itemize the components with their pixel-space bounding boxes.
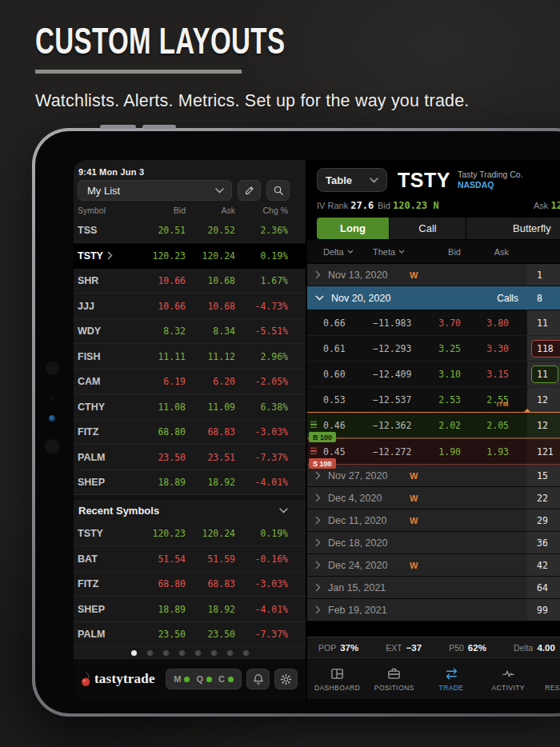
strategy-call-button[interactable]: Call (390, 218, 466, 239)
ask-cell: 18.92 (186, 477, 235, 488)
strike-cell[interactable]: 11 (527, 362, 560, 386)
edit-watchlist-button[interactable] (238, 180, 261, 201)
recent-symbols-header[interactable]: Recent Symbols (74, 495, 306, 521)
ask-cell: 23.51 (186, 452, 235, 463)
chg-cell: -7.37% (235, 629, 288, 640)
nav-positions[interactable]: POSITIONS (366, 658, 422, 699)
expiry-row-expanded[interactable]: Nov 20, 2020 Calls 8 (307, 286, 560, 310)
bid-cell: 11.11 (130, 351, 186, 362)
bid-cell: 20.51 (130, 225, 186, 236)
column-delta-sort[interactable]: Delta (307, 247, 373, 257)
expiry-date: Nov 13, 2020 (328, 270, 398, 281)
watchlist-row[interactable]: SHR 10.66 10.68 1.67% (74, 269, 306, 294)
quote-metrics: IV Rank 27.6 Bid 120.23 N Ask 120 (307, 197, 560, 218)
strike-cell[interactable]: 12 (527, 413, 560, 437)
brand-logo: tastytrade (80, 671, 161, 687)
feed-letter: M (174, 674, 181, 684)
chevron-down-icon (279, 508, 288, 513)
data-feed-status[interactable]: M Q C (166, 669, 242, 689)
search-icon (273, 185, 284, 196)
watchlist-row[interactable]: SHEP 18.89 18.92 -4.01% (74, 470, 306, 496)
days-to-expiry: 29 (527, 509, 560, 531)
page-dot[interactable] (211, 650, 217, 656)
nav-dashboard[interactable]: DASHBOARD (309, 658, 366, 699)
position-badge[interactable]: S 100 (309, 458, 336, 469)
nav-activity[interactable]: ACTIVITY (480, 658, 537, 699)
settings-button[interactable] (274, 669, 298, 689)
page-title: CUSTOM LAYOUTS (35, 19, 348, 62)
option-row[interactable]: 0.61 −12.293 3.25 3.30 118 (307, 336, 560, 362)
strike-cell[interactable]: 12 (527, 387, 560, 412)
watchlist-row[interactable]: TSTY 120.23 120.24 0.19% (74, 243, 306, 269)
expiry-date: Jan 15, 2021 (328, 582, 398, 593)
strike-cell[interactable]: 11 (527, 310, 560, 335)
page-dot[interactable] (195, 650, 201, 656)
strategy-long-button[interactable]: Long (317, 218, 390, 239)
ticker-block[interactable]: TSTY Tasty Trading Co. NASDAQ (398, 168, 523, 192)
camera-dot (49, 415, 55, 421)
option-row[interactable]: 0.60 −12.409 3.10 3.15 11 (307, 362, 560, 387)
watchlist-row[interactable]: SHEP 18.89 18.92 -4.01% (74, 597, 306, 622)
expiry-row[interactable]: Jan 15, 2021 64 (307, 577, 560, 599)
expiry-row[interactable]: Feb 19, 2021 99 (307, 599, 560, 621)
activity-icon (501, 666, 516, 681)
symbol-cell: PALM (78, 629, 130, 640)
chevron-down-icon (370, 178, 378, 183)
expiry-row[interactable]: Dec 18, 2020 36 (307, 532, 560, 554)
column-theta-sort[interactable]: Theta (373, 247, 429, 257)
feed-status-dot (206, 677, 212, 682)
watchlist-row[interactable]: FITZ 68.80 68.83 -3.03% (74, 420, 306, 445)
bid-cell: 10.66 (130, 301, 186, 312)
symbol-search-button[interactable] (266, 180, 290, 201)
watchlist-row[interactable]: FISH 11.11 11.12 2.96% (74, 344, 306, 370)
feed-status-dot (184, 677, 190, 682)
ask-cell: 120.24 (186, 528, 235, 539)
option-row[interactable]: 0.53 −12.537 2.53 2.55ITM 12 (307, 387, 560, 413)
drag-handle[interactable] (310, 421, 317, 428)
strategy-butterfly-button[interactable]: Butterfly (466, 218, 560, 239)
watchlist-row[interactable]: TSTY 120.23 120.24 0.19% (74, 521, 306, 547)
position-badge[interactable]: B 100 (309, 432, 336, 442)
watchlist-row[interactable]: WDY 8.32 8.34 -5.51% (74, 319, 306, 345)
gear-icon (280, 673, 292, 685)
days-to-expiry: 64 (527, 577, 560, 598)
stat-ext: EXT−37 (386, 643, 422, 653)
alerts-button[interactable] (246, 669, 270, 689)
delta-cell: 0.66 (307, 318, 373, 329)
page-dot[interactable] (163, 650, 169, 656)
watchlist-rows: TSS 20.51 20.52 2.36% TSTY 120.23 120.24… (74, 218, 306, 496)
page-dot[interactable] (131, 650, 137, 656)
watchlist-row[interactable]: CTHY 11.08 11.09 6.38% (74, 394, 306, 420)
watchlist-row[interactable]: JJJ 10.66 10.68 -4.73% (74, 294, 306, 319)
theta-cell: −12.293 (373, 343, 429, 354)
option-row[interactable]: 0.66 −11.983 3.70 3.80 11 (307, 310, 560, 336)
view-mode-selector[interactable]: Table (317, 168, 387, 192)
watchlist-row[interactable]: PALM 23.50 23.50 -7.37% (74, 622, 306, 648)
bid-cell: 120.23 (130, 250, 186, 262)
theta-cell: −12.537 (373, 394, 429, 405)
strike-cell[interactable]: 121 (527, 439, 560, 464)
drag-handle[interactable] (310, 447, 317, 454)
option-row[interactable]: 0.46 −12.362 2.02 2.05 12 B 100 (307, 412, 560, 438)
page-dot[interactable] (227, 650, 233, 656)
expiry-row[interactable]: Nov 27, 2020 W 15 (307, 465, 560, 487)
nav-research[interactable]: RESEARCH (537, 658, 560, 699)
watchlist-row[interactable]: TSS 20.51 20.52 2.36% (74, 218, 306, 244)
expiry-row[interactable]: Nov 13, 2020 W 1 (307, 264, 560, 286)
expiry-row[interactable]: Dec 4, 2020 W 22 (307, 487, 560, 509)
page-dot[interactable] (147, 650, 153, 656)
watchlist-row[interactable]: PALM 23.50 23.51 -7.37% (74, 445, 306, 470)
nav-trade[interactable]: TRADE (422, 658, 479, 699)
page-dot[interactable] (243, 650, 249, 656)
company-name: Tasty Trading Co. (458, 170, 523, 179)
watchlist-row[interactable]: BAT 51.54 51.59 -0.16% (74, 546, 306, 572)
expiry-row[interactable]: Dec 11, 2020 W 29 (307, 509, 560, 532)
strike-cell[interactable]: 118 (527, 336, 560, 361)
stat-pop: POP37% (318, 643, 358, 653)
watchlist-row[interactable]: FITZ 68.80 68.83 -3.03% (74, 572, 306, 597)
option-row[interactable]: 0.45 −12.272 1.90 1.93 121 S 100 (307, 438, 560, 465)
watchlist-row[interactable]: CAM 6.19 6.20 -2.05% (74, 370, 306, 395)
page-dot[interactable] (179, 650, 185, 656)
expiry-row[interactable]: Dec 24, 2020 W 42 (307, 554, 560, 577)
watchlist-selector[interactable]: My List (78, 180, 232, 201)
